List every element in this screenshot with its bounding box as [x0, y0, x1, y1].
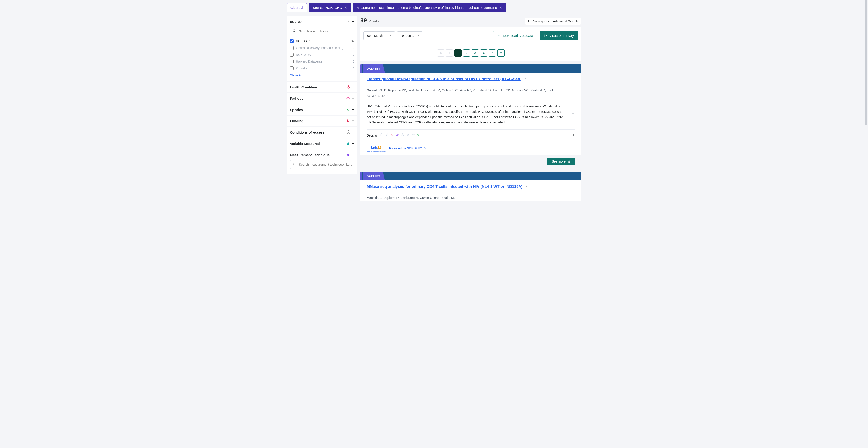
- expand-icon[interactable]: +: [352, 130, 354, 134]
- download-metadata-button[interactable]: Download Metadata: [493, 31, 537, 40]
- edit-icon: [385, 133, 389, 137]
- date-row: 2019-04-17: [367, 94, 575, 101]
- filter-row[interactable]: Harvard Dataverse 0: [290, 58, 354, 65]
- facet-title: Pathogen: [290, 97, 346, 100]
- scrollbar[interactable]: [864, 0, 868, 204]
- chevron-down-icon[interactable]: [571, 112, 575, 117]
- facet-title: Species: [290, 108, 346, 111]
- band-stripe: [360, 172, 362, 180]
- filter-checkbox[interactable]: [290, 53, 293, 57]
- chart-icon: [544, 34, 548, 37]
- filter-row[interactable]: NCBI GEO 39: [290, 38, 354, 44]
- expand-icon[interactable]: +: [352, 85, 354, 89]
- page-3[interactable]: 3: [471, 49, 479, 57]
- download-icon: [498, 34, 501, 37]
- close-icon[interactable]: ✕: [499, 5, 502, 10]
- arrow-right-circle-icon: [567, 160, 570, 163]
- filter-row[interactable]: Zenodo 0: [290, 65, 354, 72]
- facet-header[interactable]: Conditions of Access i +: [287, 127, 357, 138]
- facet-header[interactable]: Funding +: [287, 116, 357, 126]
- facet-header[interactable]: Source i −: [287, 16, 357, 27]
- filter-checkbox[interactable]: [290, 60, 293, 63]
- page-1[interactable]: 1: [454, 49, 462, 57]
- filter-chip-source[interactable]: Source: NCBI GEO ✕: [309, 3, 351, 12]
- bug-icon: [416, 133, 420, 137]
- filter-row[interactable]: NCBI SRA 0: [290, 51, 354, 58]
- collapse-icon[interactable]: −: [352, 19, 354, 24]
- stethoscope-icon: [411, 133, 415, 137]
- facet-health: Health Condition +: [287, 82, 357, 92]
- page-prev[interactable]: [446, 49, 453, 57]
- magnify-icon: [346, 119, 350, 123]
- show-all-link[interactable]: Show All: [290, 72, 302, 78]
- collapse-icon[interactable]: −: [352, 153, 354, 157]
- filter-count: 0: [352, 53, 354, 57]
- facet-title: Conditions of Access: [290, 130, 347, 134]
- page-2[interactable]: 2: [463, 49, 470, 57]
- sort-select[interactable]: Best Match: [364, 31, 395, 40]
- page-first[interactable]: [437, 49, 444, 57]
- close-icon[interactable]: ✕: [344, 5, 347, 10]
- perpage-label: 10 results: [400, 34, 414, 37]
- page-next[interactable]: [489, 49, 496, 57]
- page-4[interactable]: 4: [480, 49, 487, 57]
- filter-label: NCBI GEO: [296, 39, 351, 43]
- visual-label: Visual Summary: [549, 34, 574, 37]
- info-icon[interactable]: i: [347, 20, 350, 23]
- authors: Machida S, Depierre D, Benkirane M, Cuvi…: [367, 192, 575, 201]
- band-type-label: DATASET: [364, 64, 385, 73]
- chevron-down-icon: [390, 34, 392, 37]
- virus-icon: [346, 96, 350, 100]
- chip-label: Measurement Technique: genome binding/oc…: [357, 6, 497, 9]
- band-stripe: [360, 64, 362, 73]
- see-more-button[interactable]: See more: [547, 158, 575, 165]
- technique-search-input[interactable]: [290, 160, 354, 169]
- date-value: 2019-04-17: [372, 94, 388, 98]
- authors: Gonzalo-Gil E, Rapuano PB, Ikediobi U, L…: [367, 85, 575, 94]
- perpage-select[interactable]: 10 results: [397, 31, 423, 40]
- clear-all-button[interactable]: Clear All: [287, 3, 307, 12]
- filter-row[interactable]: Omics Discovery Index (OmicsDI) 0: [290, 44, 354, 51]
- svg-line-16: [530, 22, 531, 23]
- filter-checkbox[interactable]: [290, 39, 293, 43]
- result-title-link[interactable]: MNase-seq analyses for primary CD4 T cel…: [367, 185, 528, 189]
- chevron-down-icon: [417, 34, 420, 37]
- filter-label: Harvard Dataverse: [296, 60, 352, 63]
- advanced-search-button[interactable]: View query in Advanced Search: [525, 18, 581, 25]
- facet-header[interactable]: Species +: [287, 104, 357, 115]
- facet-header[interactable]: Pathogen +: [287, 93, 357, 104]
- count-label: Results: [369, 20, 379, 23]
- svg-point-20: [407, 134, 408, 136]
- expand-icon[interactable]: +: [352, 96, 354, 101]
- info-icon[interactable]: i: [347, 130, 350, 134]
- result-title: Transcriptional Down-regulation of CCR5 …: [367, 77, 522, 82]
- expand-icon[interactable]: +: [572, 133, 575, 138]
- scrollbar-thumb[interactable]: [865, 0, 867, 125]
- filter-checkbox[interactable]: [290, 46, 293, 50]
- expand-icon[interactable]: +: [352, 107, 354, 112]
- magnify-icon: [391, 133, 394, 137]
- result-card: DATASET MNase-seq analyses for primary C…: [360, 172, 581, 201]
- visual-summary-button[interactable]: Visual Summary: [539, 31, 578, 40]
- filter-checkbox[interactable]: [290, 66, 293, 70]
- facet-header[interactable]: Variable Measured +: [287, 138, 357, 149]
- provider-link[interactable]: Provided by NCBI GEO: [389, 147, 426, 150]
- expand-icon[interactable]: +: [352, 119, 354, 123]
- page-last[interactable]: [497, 49, 504, 57]
- filter-count: 0: [352, 66, 354, 70]
- result-title-link[interactable]: Transcriptional Down-regulation of CCR5 …: [367, 77, 527, 82]
- main: 39 Results View query in Advanced Search…: [360, 16, 581, 201]
- filter-chip-technique[interactable]: Measurement Technique: genome binding/oc…: [353, 3, 506, 12]
- seemore-label: See more: [552, 160, 565, 163]
- clock-icon: [367, 94, 370, 98]
- external-link-icon: [424, 147, 426, 150]
- expand-icon[interactable]: +: [352, 141, 354, 146]
- facet-header[interactable]: Measurement Technique −: [287, 150, 357, 160]
- layers-icon: [396, 133, 399, 137]
- facet-source: Source i − NCBI GEO 39: [287, 16, 357, 81]
- facet-access: Conditions of Access i +: [287, 127, 357, 138]
- facet-title: Measurement Technique: [290, 153, 346, 157]
- svg-line-1: [295, 31, 296, 32]
- source-search-input[interactable]: [290, 27, 354, 35]
- facet-header[interactable]: Health Condition +: [287, 82, 357, 92]
